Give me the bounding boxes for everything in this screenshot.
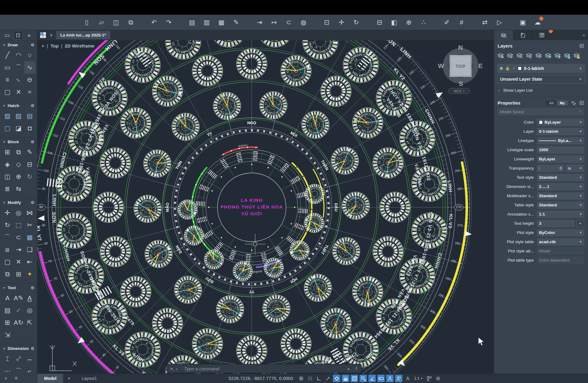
hatch-region-tool-button[interactable]: ◪ xyxy=(13,122,24,134)
command-share-icon[interactable]: ⇪ xyxy=(354,366,358,371)
units-button[interactable]: # xyxy=(457,17,466,27)
multiline-tool-button[interactable]: ≡ xyxy=(2,74,13,86)
status-annot-visibility-toggle[interactable] xyxy=(386,375,394,382)
properties-filter-segment[interactable]: All My xyxy=(546,101,568,105)
panel-collapse-caret[interactable]: ▼ xyxy=(3,347,6,350)
move-to-layer-icon[interactable] xyxy=(526,52,533,60)
publish-edit-button[interactable]: ✎ xyxy=(232,17,241,27)
drawing-compare-button[interactable]: ⇄ xyxy=(480,17,489,27)
arc-3point-tool-button[interactable]: ⌒ xyxy=(13,61,24,74)
text-table-tool-button[interactable]: ⊞ xyxy=(2,316,13,329)
panel-collapse-caret[interactable]: ▼ xyxy=(3,104,6,107)
panel-header-block[interactable]: ▼Block⚙ xyxy=(0,137,37,146)
tab-references-panel[interactable] xyxy=(513,30,533,40)
dim-linear-tool-button[interactable]: ⌶ xyxy=(2,353,13,365)
view-cube-north[interactable]: N xyxy=(458,44,463,51)
standards-button[interactable]: ✐ xyxy=(442,17,451,27)
text-height-input[interactable]: 3 xyxy=(537,220,575,227)
tab-model[interactable]: Model xyxy=(37,374,63,383)
layer-dropdown-caret[interactable]: ▼ xyxy=(579,67,582,70)
create-block-tool-button[interactable]: ⧉ xyxy=(13,146,24,158)
property-value-multileader-s[interactable]: Standard▼ xyxy=(537,192,584,200)
panel-collapse-caret[interactable]: ▼ xyxy=(3,286,6,289)
wcs-selector[interactable]: WCS▾ xyxy=(448,88,470,94)
viewport-menu-button[interactable]: + xyxy=(42,43,44,48)
current-layer-row[interactable]: 🔒 ❄ 0-1-lakinh ▼ xyxy=(497,64,585,73)
transparency-slider[interactable]: 0 xyxy=(537,165,564,172)
trim-tool-button[interactable]: ✂ xyxy=(24,219,35,231)
layer-color-swatch[interactable] xyxy=(518,67,522,70)
boundary-tool-button[interactable]: ▢ xyxy=(2,122,13,134)
status-annot-autoscale-toggle[interactable] xyxy=(395,375,402,382)
command-history-caret[interactable]: ▾ xyxy=(176,368,178,371)
align-tool-button[interactable]: ⧉ xyxy=(2,268,13,280)
panel-collapse-icon[interactable] xyxy=(579,43,584,48)
dim-length-tool-button[interactable]: ↔ xyxy=(24,353,35,365)
export-button[interactable]: ↦ xyxy=(270,17,279,27)
join-tool-button[interactable]: ⇤ xyxy=(24,256,35,268)
status-scale-label[interactable]: 1:1▼ xyxy=(413,375,424,382)
plot-button[interactable]: ▥ xyxy=(202,17,211,27)
save-web-button[interactable]: ◍ xyxy=(299,17,308,27)
rectangle-tool-button[interactable]: ▭ xyxy=(2,61,13,74)
extrude-tool-button[interactable]: ⧈ xyxy=(2,243,13,256)
text-paragraph-tool-button[interactable]: ▤ xyxy=(2,304,13,316)
open-folder-button[interactable]: ▱ xyxy=(97,17,106,27)
quick-select-button[interactable]: ◧ xyxy=(390,17,399,27)
drawing-canvas-area[interactable]: 1801851901952002052102152202252302352402… xyxy=(37,40,494,373)
add-panel-icon[interactable]: + xyxy=(4,375,7,381)
tab-sheet-set-panel[interactable] xyxy=(533,30,552,40)
panel-collapse-caret[interactable]: ▼ xyxy=(3,140,6,144)
view-cube-east[interactable]: E xyxy=(478,62,483,70)
property-value-linetype[interactable]: ByLa...▼ xyxy=(537,137,584,144)
panel-settings-gear-icon[interactable]: ⚙ xyxy=(31,285,34,290)
pan-button[interactable]: ✛ xyxy=(337,17,346,27)
polyline-tool-button[interactable]: ∿ xyxy=(24,61,35,74)
panel-settings-gear-icon[interactable]: ⚙ xyxy=(31,200,34,205)
layer-properties-icon[interactable] xyxy=(507,52,514,60)
status-lineweight-toggle[interactable] xyxy=(342,375,349,382)
selection-context-dropdown[interactable]: Model Space ▼ xyxy=(498,108,584,115)
status-snap-toggle[interactable] xyxy=(306,375,314,382)
panel-header-draw[interactable]: ▼Draw⚙ xyxy=(0,40,37,49)
layer-on-off-icon[interactable] xyxy=(554,52,562,60)
more-tools-icon[interactable]: » xyxy=(24,31,34,40)
orbit-button[interactable]: ↻ xyxy=(352,17,361,27)
segment-my[interactable]: My xyxy=(557,101,568,105)
property-value-plot-style-table[interactable]: acad.ctb▼ xyxy=(537,238,584,246)
construction-line-tool-button[interactable]: ✕ xyxy=(13,86,24,98)
single-line-text-tool-button[interactable]: A xyxy=(24,292,35,304)
property-value-layer[interactable]: 0-1-lakinh▼ xyxy=(537,128,584,135)
viewport-layout-icon[interactable] xyxy=(40,32,46,38)
mirror-tool-button[interactable]: ⋈ xyxy=(24,207,35,219)
pick-height-button[interactable]: ⌖ xyxy=(576,220,584,227)
property-value-annotation-s[interactable]: 1:1▼ xyxy=(537,211,584,218)
insert-block-tool-button[interactable]: ⊞ xyxy=(2,146,13,158)
command-bar[interactable]: >_ ▾ ▲ ⇪ xyxy=(167,364,362,373)
edit-text-tool-button[interactable]: A✎ xyxy=(13,292,24,304)
edit-attribute-tool-button[interactable]: ◈ xyxy=(2,158,13,170)
layer-state-dropdown[interactable]: Unsaved Layer State ▼ xyxy=(497,75,585,83)
status-dyninput-toggle[interactable] xyxy=(377,375,385,382)
property-value-lineweight[interactable]: ByLayer▼ xyxy=(537,155,584,163)
panel-header-modify[interactable]: ▼Modify⚙ xyxy=(0,198,37,207)
hatch-tool-button[interactable]: ▨ xyxy=(2,110,13,122)
panel-settings-gear-icon[interactable]: ⚙ xyxy=(31,346,34,351)
add-block-tool-button[interactable]: ⊕ xyxy=(13,170,24,183)
layout-manager-button[interactable]: ▣ xyxy=(518,17,527,27)
view-cube-west[interactable]: W xyxy=(438,62,444,70)
new-file-button[interactable]: ▯ xyxy=(82,17,91,27)
property-value-text-style[interactable]: Standard▼ xyxy=(537,174,584,181)
transparency-bylayer-dropdown[interactable]: ≋▼ xyxy=(566,165,584,172)
view-cube-tool-icon[interactable]: ⊡ xyxy=(13,31,23,40)
status-grid-toggle[interactable] xyxy=(297,375,305,382)
visual-style-control[interactable]: 2D Wireframe xyxy=(65,43,95,48)
new-drawing-tab-button[interactable]: + xyxy=(50,32,53,39)
property-value-plot-style[interactable]: ByColor▼ xyxy=(537,229,584,236)
point-style-button[interactable]: ∴ xyxy=(419,17,428,27)
update-text-tool-button[interactable]: A↻ xyxy=(13,316,24,329)
panel-header-text[interactable]: ▼Text⚙ xyxy=(0,283,37,292)
find-text-tool-button[interactable]: ◎ xyxy=(24,304,35,316)
spline-tool-button[interactable]: ≈ xyxy=(24,86,35,98)
add-layout-button[interactable]: + xyxy=(63,375,75,381)
